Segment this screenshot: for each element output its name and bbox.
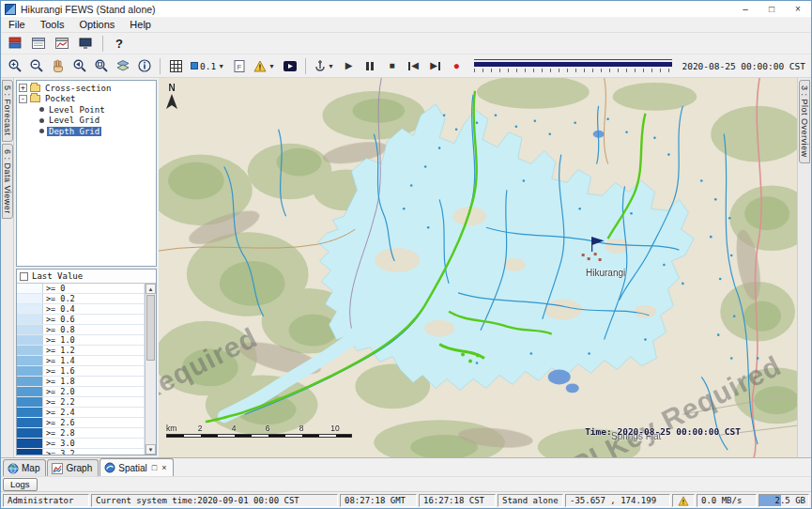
time-slider[interactable] <box>474 57 672 74</box>
legend-row: >= 0.6 <box>17 315 145 325</box>
grid-display-icon[interactable] <box>28 34 48 53</box>
zoom-in-icon[interactable] <box>5 56 24 75</box>
logs-button[interactable]: Logs <box>3 478 38 491</box>
legend-label: >= 1.8 <box>43 377 145 386</box>
menu-options[interactable]: Options <box>71 17 122 33</box>
scroll-up-icon[interactable]: ▲ <box>146 284 156 294</box>
tab-spatial[interactable]: Spatial □ × <box>100 458 173 476</box>
tree-item-level-point[interactable]: Level Point <box>19 104 156 116</box>
tab-plot-overview[interactable]: 3 : Plot Overview <box>799 80 810 163</box>
map-canvas[interactable]: N API Key Required API Key Required Hiku… <box>159 78 797 457</box>
menu-tools[interactable]: Tools <box>33 17 72 33</box>
skip-end-icon: ▶ <box>430 61 440 70</box>
legend-label: >= 1.6 <box>43 366 145 376</box>
legend-row: >= 2.0 <box>17 387 145 397</box>
zoom-out-icon[interactable] <box>26 56 46 75</box>
database-icon[interactable] <box>5 34 24 53</box>
warning-icon <box>253 60 267 72</box>
menu-help[interactable]: Help <box>122 17 159 33</box>
layer-node-icon <box>39 129 44 133</box>
tree-item-depth-grid[interactable]: Depth Grid <box>19 126 156 137</box>
legend-row: >= 2.4 <box>17 408 145 418</box>
scroll-down-icon[interactable]: ▼ <box>146 444 156 455</box>
app-window: Hikurangi FEWS (Stand alone) – □ × File … <box>0 0 812 509</box>
tree-item-label[interactable]: Cross-section <box>43 84 113 93</box>
display-animation-icon[interactable] <box>280 56 299 75</box>
help-button[interactable]: ? <box>111 34 128 53</box>
legend-row: >= 3.0 <box>17 439 145 449</box>
legend-label: >= 1.0 <box>43 335 145 345</box>
legend-scrollbar[interactable]: ▲ ▼ <box>145 284 156 455</box>
status-system-time: Current system time:2020-09-01 00:00 CST <box>91 494 338 507</box>
tree-item-label[interactable]: Pocket <box>43 94 78 103</box>
grid-layer-icon[interactable] <box>166 56 186 75</box>
legend-swatch <box>17 418 43 427</box>
monitor-display-icon[interactable] <box>75 34 95 53</box>
tree-item-pocket[interactable]: - Pocket <box>19 94 156 105</box>
time-slider-bar[interactable] <box>474 62 672 67</box>
legend-swatch <box>17 428 43 438</box>
expand-icon[interactable]: + <box>19 84 27 92</box>
layers-icon[interactable] <box>113 56 132 75</box>
title-bar: Hikurangi FEWS (Stand alone) – □ × <box>1 1 811 17</box>
legend-swatch <box>17 315 43 324</box>
chevron-down-icon: ▼ <box>328 63 334 69</box>
legend-label: >= 2.0 <box>43 387 145 396</box>
legend-swatch <box>17 335 43 345</box>
pan-hand-icon[interactable] <box>48 56 68 75</box>
legend-body: >= 0 >= 0.2 >= 0.4 >= 0.6 >= 0.8 >= 1.0 … <box>17 284 156 455</box>
last-value-checkbox[interactable] <box>20 272 28 281</box>
stop-button[interactable]: ■ <box>382 56 402 75</box>
zoom-extent-icon[interactable] <box>91 56 111 75</box>
zoom-previous-icon[interactable] <box>69 56 89 75</box>
legend-label: >= 3.0 <box>43 439 145 448</box>
main-area: 5 : Forecast 6 : Data Viewer + Cross-sec… <box>1 78 811 457</box>
minimize-button[interactable]: – <box>732 1 758 17</box>
panel-maximize-icon[interactable]: □ <box>152 463 157 472</box>
status-network-rate: 0.0 MB/s <box>697 494 757 507</box>
info-icon[interactable] <box>134 56 154 75</box>
record-button[interactable]: ● <box>447 56 467 75</box>
tree-item-cross-section[interactable]: + Cross-section <box>19 83 156 94</box>
skip-to-end-button[interactable]: ▶ <box>425 56 445 75</box>
layer-node-icon <box>39 107 44 112</box>
collapse-icon[interactable]: - <box>19 95 27 103</box>
legend-header: Last Value <box>17 270 156 284</box>
menu-file[interactable]: File <box>1 17 33 33</box>
tab-data-viewer[interactable]: 6 : Data Viewer <box>2 144 13 220</box>
legend-swatch <box>17 325 43 334</box>
folder-icon <box>30 95 40 102</box>
animation-settings-dropdown[interactable]: ▼ <box>312 56 337 75</box>
legend-swatch <box>17 366 43 376</box>
tab-map[interactable]: Map <box>3 459 46 476</box>
maximize-button[interactable]: □ <box>758 1 785 17</box>
legend-swatch <box>17 377 43 386</box>
legend-row: >= 0.8 <box>17 325 145 335</box>
tree-item-level-grid[interactable]: Level Grid <box>19 116 156 127</box>
status-mode: Stand alone <box>498 494 563 507</box>
status-warning[interactable] <box>672 494 695 507</box>
tree-item-label[interactable]: Level Point <box>47 105 107 115</box>
scale-bar: km 2 4 6 8 10 <box>166 424 356 442</box>
legend-row: >= 1.6 <box>17 366 145 377</box>
scrollbar-thumb[interactable] <box>146 295 155 361</box>
play-button[interactable]: ▶ <box>339 56 359 75</box>
chevron-down-icon: ▼ <box>268 63 275 69</box>
tab-graph[interactable]: Graph <box>47 459 99 476</box>
class-break-value: 0.1 <box>200 61 216 71</box>
close-button[interactable]: × <box>785 1 811 17</box>
time-series-display-icon[interactable] <box>52 34 71 53</box>
tree-item-label-selected[interactable]: Depth Grid <box>47 127 101 136</box>
panel-close-icon[interactable]: × <box>161 463 166 472</box>
legend-label: >= 0.2 <box>43 294 145 303</box>
legend-swatch <box>17 408 43 417</box>
profile-icon[interactable]: F <box>229 56 249 75</box>
north-arrow: N <box>166 83 177 109</box>
tree-item-label[interactable]: Level Grid <box>47 116 101 125</box>
tab-forecast[interactable]: 5 : Forecast <box>2 80 13 142</box>
legend-label: >= 0.6 <box>43 315 145 324</box>
pause-button[interactable] <box>360 56 380 75</box>
skip-to-start-button[interactable]: ◀ <box>404 56 423 75</box>
thresholds-dropdown[interactable]: ▼ <box>251 56 278 75</box>
class-break-dropdown[interactable]: 0.1 ▼ <box>188 56 227 75</box>
